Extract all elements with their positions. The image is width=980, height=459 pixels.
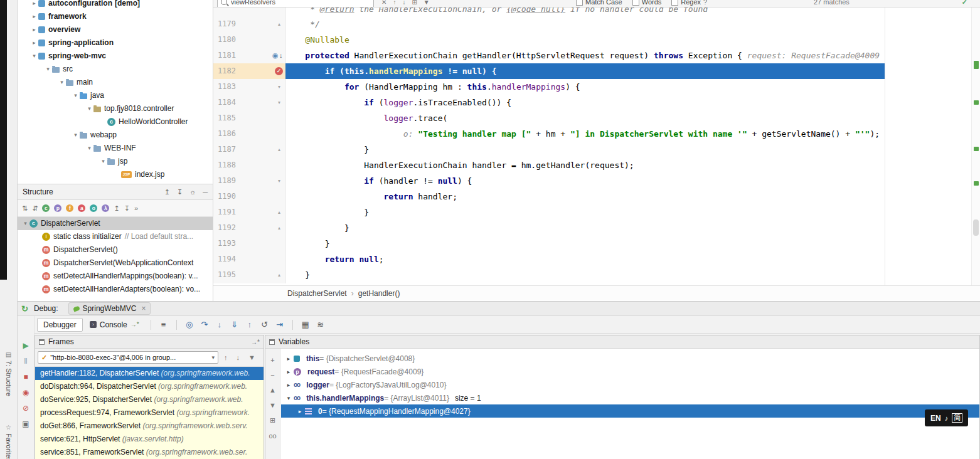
structure-item[interactable]: istatic class initializer// Load default… — [18, 230, 213, 243]
project-tree-item[interactable]: ▾webapp — [18, 129, 213, 142]
code-line[interactable]: 1183▾ for (HandlerMapping hm : this.hand… — [213, 79, 980, 95]
code-line[interactable]: 1179▴ */ — [213, 16, 980, 32]
chevron-down-icon[interactable]: ▾ — [85, 142, 93, 155]
code-line[interactable]: 1182✓ if (this.handlerMappings != null) … — [213, 63, 980, 79]
chevron-right-icon[interactable]: ▸ — [30, 10, 38, 23]
code-line[interactable]: 1192▴ } — [213, 220, 980, 236]
project-tree-item[interactable]: cHelloWorldController — [18, 115, 213, 129]
code-line[interactable]: 1191▴ } — [213, 204, 980, 220]
close-icon[interactable]: × — [141, 304, 146, 313]
fold-close-icon[interactable]: ▴ — [278, 142, 280, 157]
code-line[interactable]: 1181◉↓ protected HandlerExecutionChain g… — [213, 48, 980, 63]
sort-by-visibility-icon[interactable]: ⇵ — [32, 204, 38, 213]
stop-icon[interactable]: ■ — [23, 372, 28, 381]
editor-error-stripe[interactable]: ✓ — [971, 0, 980, 285]
project-tree-item[interactable]: ▾src — [18, 63, 213, 76]
stack-frame[interactable]: processRequest:974, FrameworkServlet (or… — [35, 406, 264, 419]
checkbox-icon[interactable] — [671, 0, 678, 6]
fold-close-icon[interactable]: ▴ — [278, 204, 280, 220]
force-step-into-icon[interactable]: ⇓ — [228, 320, 242, 329]
code-line[interactable]: 1187▴ } — [213, 142, 980, 157]
layout-settings-icon[interactable]: ≋ — [314, 320, 328, 329]
thread-dump-icon[interactable]: ▣ — [22, 419, 29, 428]
chevron-down-icon[interactable]: ▾ — [72, 89, 80, 102]
language-indicator[interactable]: EN♪简 — [925, 409, 968, 426]
variable-row[interactable]: ▸prequest = {RequestFacade@4009} — [281, 365, 979, 378]
code-line[interactable]: 1194 return null; — [213, 251, 980, 267]
structure-item[interactable]: msetDetectAllHandlerAdapters(boolean): v… — [18, 283, 213, 296]
settings-icon[interactable]: ☼ — [189, 188, 196, 196]
breadcrumb-item[interactable]: DispatcherServlet — [287, 289, 347, 298]
expand-all-icon[interactable]: ↥ — [114, 204, 119, 213]
structure-item[interactable]: msetDetectAllHandlerMappings(boolean): v… — [18, 270, 213, 283]
rerun-debug-icon[interactable]: ↻ — [21, 304, 28, 314]
chevron-down-icon[interactable]: ▾ — [85, 102, 93, 115]
code-line[interactable]: 1195▴ } — [213, 267, 980, 283]
variable-row[interactable]: ▾oothis.handlerMappings = {ArrayList@401… — [281, 391, 979, 404]
code-line[interactable]: 1190 return handler; — [213, 189, 980, 204]
project-tree-item[interactable]: JSPindex.jsp — [18, 168, 213, 181]
move-up-icon[interactable]: ▲ — [269, 386, 276, 394]
drop-frame-icon[interactable]: ↺ — [258, 320, 272, 329]
stripe-mark[interactable] — [974, 100, 979, 105]
code-line[interactable]: 1186 o: "Testing handler map [" + hm + "… — [213, 126, 980, 142]
collapse-all-icon[interactable]: ↧ — [124, 204, 130, 213]
next-occurrence-icon[interactable]: ↓ — [402, 0, 405, 6]
project-tree-item[interactable]: ▾java — [18, 89, 213, 102]
chevron-down-icon[interactable]: ▾ — [58, 76, 66, 89]
fold-open-icon[interactable]: ▾ — [278, 95, 280, 110]
show-classes-icon[interactable]: c — [42, 204, 50, 212]
navigate-down-icon[interactable]: ↓ — [279, 48, 283, 63]
step-out-icon[interactable]: ↑ — [243, 320, 257, 329]
thread-dropdown[interactable]: ✓ "http-bio-8080-exec-3"@4,006 in group.… — [38, 351, 218, 364]
expand-all-icon[interactable]: ↥ — [164, 188, 170, 196]
code-line[interactable]: 1189▾ if (handler != null) { — [213, 173, 980, 189]
fold-close-icon[interactable]: ▴ — [278, 267, 280, 283]
show-lambdas-icon[interactable]: λ — [102, 204, 109, 212]
stack-frame[interactable]: doService:925, DispatcherServlet (org.sp… — [35, 393, 264, 406]
code-editor[interactable]: * @return the HandlerExecutionChain, or … — [213, 8, 980, 283]
hide-panel-icon[interactable]: ─ — [203, 188, 208, 196]
chevron-down-icon[interactable]: ▾ — [30, 50, 38, 63]
search-input[interactable]: viewResolvers — [217, 0, 374, 8]
clear-search-icon[interactable]: ✕ — [381, 0, 386, 6]
breakpoint-hit-icon[interactable]: ✓ — [275, 67, 283, 75]
find-option[interactable]: Words — [632, 0, 662, 6]
project-tree-item[interactable]: ▾WEB-INF — [18, 142, 213, 155]
chevron-down-icon[interactable]: ▾ — [284, 395, 294, 401]
project-tree-item[interactable]: ▸overview — [18, 23, 213, 36]
tab-debugger[interactable]: Debugger — [37, 318, 83, 332]
chevron-right-icon[interactable]: ▸ — [284, 356, 294, 362]
breadcrumb-item[interactable]: getHandler() — [358, 289, 400, 298]
variable-row[interactable]: ▸0 = {RequestMappingHandlerMapping@4027} — [281, 404, 979, 418]
previous-occurrence-icon[interactable]: ↑ — [393, 0, 396, 6]
chevron-down-icon[interactable]: ▾ — [99, 155, 107, 168]
resume-icon[interactable]: ▶ — [23, 341, 28, 350]
show-execution-point-icon[interactable]: ◎ — [183, 320, 196, 329]
run-to-cursor-icon[interactable]: ⇥ — [273, 320, 287, 329]
sort-alphabetically-icon[interactable]: ⇅ — [22, 204, 28, 213]
mute-breakpoints-icon[interactable]: ⊘ — [23, 404, 29, 413]
code-line[interactable]: 1184▾ if (logger.isTraceEnabled()) { — [213, 95, 980, 110]
add-watch-icon[interactable]: + — [270, 356, 274, 364]
project-tree-item[interactable]: ▸autoconfiguration[demo] — [18, 0, 213, 10]
more-options-icon[interactable]: » — [134, 204, 138, 212]
code-line[interactable]: 1180 @Nullable — [213, 32, 980, 48]
toolwindow-button[interactable]: ☆Favorites — [0, 424, 17, 459]
stack-frame[interactable]: getHandler:1182, DispatcherServlet (org.… — [35, 367, 264, 380]
tab-console[interactable]: ›Console→* — [84, 319, 145, 331]
fold-open-icon[interactable]: ▾ — [278, 79, 280, 95]
frame-down-icon[interactable]: ↓ — [237, 354, 240, 361]
stripe-mark[interactable] — [974, 61, 979, 69]
debug-session-tab[interactable]: SpringWebMVC × — [68, 302, 151, 315]
search-filter-icon[interactable]: ▼ — [423, 0, 430, 6]
frames-filter-icon[interactable]: ▼ — [248, 354, 255, 361]
threads-view-icon[interactable]: ≡ — [157, 320, 171, 329]
show-anonymous-icon[interactable]: o — [90, 204, 97, 212]
checkbox-icon[interactable] — [632, 0, 639, 6]
move-down-icon[interactable]: ▼ — [269, 401, 276, 409]
toolwindow-button[interactable]: ▤7: Structure — [0, 351, 17, 396]
chevron-right-icon[interactable]: ▸ — [30, 23, 38, 36]
variable-row[interactable]: ▸oologger = {LogFactory$JavaUtilLog@4010… — [281, 378, 979, 391]
structure-item[interactable]: ▾cDispatcherServlet — [18, 217, 213, 230]
